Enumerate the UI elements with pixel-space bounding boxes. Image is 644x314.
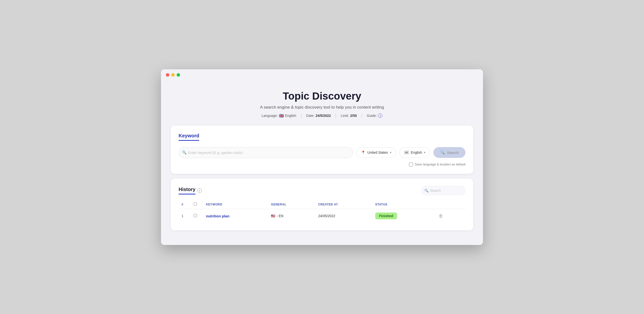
save-default-row: Save language & location as default (178, 162, 466, 166)
guide-icon[interactable]: i (378, 114, 382, 118)
keyword-search-icon: 🔍 (182, 150, 187, 155)
table-row: 1 nutrition plan 🇺🇸 - EN 24/05/2022 Fini… (178, 209, 466, 223)
limit-label: Limit: (341, 114, 349, 118)
row-status: Finished (372, 209, 434, 223)
keyword-section-title: Keyword (178, 133, 199, 141)
main-content: Topic Discovery A search engine & topic … (161, 81, 483, 245)
row-actions: 🗑 (434, 209, 466, 223)
hero-meta: Language: 🇬🇧 English | Date: 24/5/2022 |… (171, 113, 473, 118)
keyword-card: Keyword 🔍 📍 United States ▾ AD English ▾ (171, 126, 473, 174)
history-title-wrap: History i (178, 187, 202, 194)
guide-label: Guide: (367, 114, 377, 118)
language-value: English (411, 151, 422, 155)
row-general: 🇺🇸 - EN (268, 209, 315, 223)
history-table-body: 1 nutrition plan 🇺🇸 - EN 24/05/2022 Fini… (178, 209, 466, 223)
history-card: History i 🔍 # KEYWORD GENERAL (171, 179, 473, 230)
history-info-icon[interactable]: i (198, 188, 202, 193)
location-chevron-icon: ▾ (390, 151, 392, 154)
search-button[interactable]: 🔍 Search (434, 147, 466, 158)
page-title: Topic Discovery (171, 90, 473, 102)
col-keyword: KEYWORD (203, 200, 268, 209)
select-all-checkbox[interactable] (194, 202, 197, 206)
col-actions (434, 200, 466, 209)
row-checkbox[interactable] (191, 209, 203, 223)
keyword-row: 🔍 📍 United States ▾ AD English ▾ 🔍 Searc… (178, 147, 466, 158)
row-keyword: nutrition plan (203, 209, 268, 223)
col-created-at: CREATED AT (315, 200, 372, 209)
location-dropdown[interactable]: 📍 United States ▾ (356, 147, 396, 157)
history-table-head: # KEYWORD GENERAL CREATED AT STATUS (178, 200, 466, 209)
language-chevron-icon: ▾ (424, 151, 425, 154)
col-status: STATUS (372, 200, 434, 209)
language-flag: 🇬🇧 (279, 114, 284, 118)
keyword-link[interactable]: nutrition plan (206, 214, 230, 218)
keyword-input-wrapper: 🔍 (178, 147, 353, 158)
col-general: GENERAL (268, 200, 315, 209)
location-icon: 📍 (361, 151, 365, 155)
history-header: History i 🔍 (178, 186, 466, 195)
status-badge: Finished (375, 212, 397, 219)
date-value: 24/5/2022 (316, 114, 331, 118)
page-subtitle: A search engine & topic discovery tool t… (171, 105, 473, 110)
language-icon: AD (404, 151, 409, 155)
meta-limit: Limit: 2/50 (336, 114, 361, 118)
history-section-title: History (178, 187, 196, 194)
close-button[interactable] (166, 73, 169, 77)
col-checkbox (191, 200, 203, 209)
history-search-wrap: 🔍 (422, 186, 466, 195)
history-table: # KEYWORD GENERAL CREATED AT STATUS 1 nu… (178, 200, 466, 223)
limit-value: 2/50 (350, 114, 357, 118)
meta-guide: Guide: i (362, 114, 387, 118)
history-search-icon: 🔍 (424, 189, 428, 192)
date-label: Date: (306, 114, 314, 118)
minimize-button[interactable] (171, 73, 175, 77)
search-button-label: Search (447, 151, 458, 155)
language-dropdown[interactable]: AD English ▾ (400, 147, 430, 157)
meta-language: Language: 🇬🇧 English (257, 114, 301, 118)
col-number: # (178, 200, 191, 209)
search-icon: 🔍 (440, 150, 445, 155)
language-value: English (285, 114, 296, 118)
row-flag: 🇺🇸 (271, 214, 275, 218)
history-table-header-row: # KEYWORD GENERAL CREATED AT STATUS (178, 200, 466, 209)
row-select-checkbox[interactable] (194, 214, 197, 217)
app-window: Topic Discovery A search engine & topic … (161, 69, 483, 245)
keyword-input[interactable] (178, 147, 353, 158)
hero-section: Topic Discovery A search engine & topic … (171, 83, 473, 126)
delete-button[interactable]: 🗑 (437, 212, 445, 220)
row-created-at: 24/05/2022 (315, 209, 372, 223)
maximize-button[interactable] (177, 73, 180, 77)
row-general-value: - EN (276, 214, 284, 218)
save-default-checkbox[interactable] (409, 162, 413, 166)
language-label: Language: (262, 114, 278, 118)
titlebar (161, 69, 483, 81)
save-default-label: Save language & location as default (415, 162, 466, 166)
meta-date: Date: 24/5/2022 (302, 114, 335, 118)
row-number: 1 (178, 209, 191, 223)
location-value: United States (367, 151, 388, 155)
